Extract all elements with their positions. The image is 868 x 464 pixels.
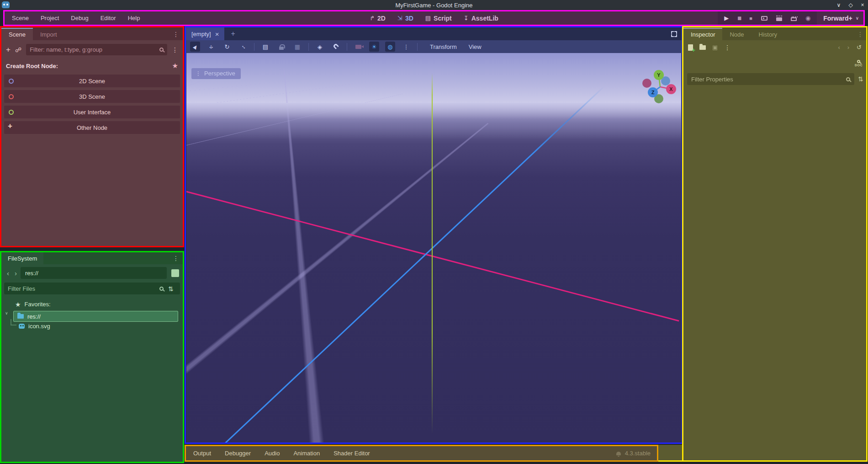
magnet-icon <box>333 43 339 49</box>
menu-scene[interactable]: Scene <box>7 13 33 23</box>
history-back-icon[interactable]: ‹ <box>838 44 840 51</box>
viewport-menus: Transform View <box>430 43 482 50</box>
list-select-button[interactable]: ▤ <box>260 42 270 52</box>
menu-editor[interactable]: Editor <box>96 13 121 23</box>
filesystem-menu-icon[interactable]: ⋮ <box>173 255 183 261</box>
current-path-input[interactable] <box>25 270 162 277</box>
file-filter-input[interactable] <box>8 285 156 292</box>
rotate-tool-button[interactable]: ↻ <box>222 42 232 52</box>
movie-maker-button[interactable]: ◉ <box>805 15 810 21</box>
close-icon[interactable]: × <box>215 30 219 38</box>
file-label: icon.svg <box>28 323 50 330</box>
playback-buttons: ▶ ▮▮ ■ ◉ <box>718 11 817 25</box>
close-button[interactable]: × <box>858 2 867 8</box>
tab-import[interactable]: Import <box>33 29 64 40</box>
minimize-button[interactable]: ∨ <box>834 2 843 8</box>
preview-sun-button[interactable]: ☀ <box>369 42 379 52</box>
y-axis-line <box>432 73 433 434</box>
view-menu[interactable]: View <box>469 43 482 50</box>
inspector-toolbar: ▣ ⋮ ‹ › ↺ <box>683 40 866 53</box>
tab-node[interactable]: Node <box>722 29 751 40</box>
scene-filter-menu-icon[interactable]: ⋮ <box>172 47 178 53</box>
history-forward-icon[interactable]: › <box>847 44 849 51</box>
property-tools-icon[interactable]: ⇅ <box>858 75 863 83</box>
tab-scene[interactable]: Scene <box>1 28 33 40</box>
preview-environment-button[interactable]: ◍ <box>385 42 395 52</box>
new-resource-icon[interactable] <box>688 44 693 51</box>
move-tool-button[interactable]: ↔↕ <box>206 42 216 52</box>
scene-filter-box <box>26 44 167 55</box>
create-ui-scene-button[interactable]: User Interface <box>4 106 180 118</box>
play-scene-button[interactable] <box>776 17 782 21</box>
expand-viewport-icon[interactable] <box>671 31 677 37</box>
menu-debug[interactable]: Debug <box>66 13 93 23</box>
save-resource-icon[interactable]: ▣ <box>712 44 718 51</box>
inspector-menu-icon[interactable]: ⋮ <box>857 31 866 40</box>
gizmo-z-label: Z <box>651 90 655 95</box>
tab-history[interactable]: History <box>752 29 784 40</box>
tab-shader-editor[interactable]: Shader Editor <box>333 450 370 457</box>
select-tool-button[interactable]: ▶ <box>190 42 200 52</box>
version-info: 4.3.stable <box>616 450 657 457</box>
notification-bell-icon[interactable] <box>616 452 621 455</box>
viewport-3d-canvas[interactable]: ⋮ Perspective Y X Z <box>186 53 681 443</box>
workspace-assetlib[interactable]: ↧ AssetLib <box>464 15 498 22</box>
open-docs-button[interactable]: DOC <box>855 60 863 67</box>
menu-project[interactable]: Project <box>36 13 64 23</box>
history-list-icon[interactable]: ↺ <box>857 44 862 51</box>
add-node-button[interactable]: + <box>6 45 11 54</box>
favorites-star-icon[interactable]: ★ <box>172 62 178 70</box>
tree-item-icon-svg[interactable]: icon.svg <box>19 321 180 331</box>
nav-forward-icon[interactable]: › <box>13 269 19 277</box>
workspace-2d[interactable]: ↱ 2D <box>370 15 386 22</box>
tree-chevron-icon[interactable]: ∨ <box>5 311 8 315</box>
lock-button[interactable] <box>276 42 286 52</box>
workspace-3d[interactable]: ⇲ 3D <box>397 15 413 22</box>
tab-audio[interactable]: Audio <box>265 450 280 457</box>
resource-options-icon[interactable]: ⋮ <box>724 44 730 51</box>
cursor-icon: ▶ <box>191 43 199 50</box>
sort-files-icon[interactable]: ⇅ <box>167 284 176 293</box>
property-filter-input[interactable] <box>691 76 842 83</box>
scene-filter-input[interactable] <box>30 46 159 53</box>
preview-camera-button[interactable] <box>353 42 363 52</box>
tab-debugger[interactable]: Debugger <box>225 450 251 457</box>
create-other-node-button[interactable]: + Other Node <box>4 121 180 134</box>
load-resource-icon[interactable] <box>699 45 706 50</box>
menu-help[interactable]: Help <box>123 13 145 23</box>
maximize-button[interactable]: ◇ <box>846 2 855 8</box>
renderer-dropdown[interactable]: Forward+ ∨ <box>823 15 859 22</box>
local-space-button[interactable]: ◈ <box>315 42 325 52</box>
scale-tool-button[interactable]: ↕ <box>238 42 248 52</box>
scene-tab-empty[interactable]: [empty] × <box>186 27 224 40</box>
create-2d-scene-button[interactable]: 2D Scene <box>4 75 180 87</box>
tree-item-res-root[interactable]: res:// <box>13 311 178 322</box>
sun-env-options-icon[interactable]: ⋮ <box>401 42 411 52</box>
pause-button[interactable]: ▮▮ <box>737 16 741 21</box>
camera-icon <box>355 45 361 49</box>
scene-dock-panel: Scene Import ⋮ + ☍ ⋮ Create Root Node: ★… <box>0 26 184 247</box>
play-button[interactable]: ▶ <box>724 15 729 21</box>
tab-inspector[interactable]: Inspector <box>683 28 722 40</box>
transform-menu[interactable]: Transform <box>430 43 457 50</box>
instance-scene-button[interactable]: ☍ <box>15 46 21 53</box>
stop-button[interactable]: ■ <box>749 16 752 21</box>
axis-gizmo[interactable]: Y X Z <box>639 66 681 108</box>
snap-button[interactable] <box>331 42 341 52</box>
file-filter-box: ⇅ <box>4 283 180 294</box>
create-3d-scene-button[interactable]: 3D Scene <box>4 90 180 103</box>
workspace-script[interactable]: ▤ Script <box>425 15 452 22</box>
scene-dock-menu-icon[interactable]: ⋮ <box>173 31 183 40</box>
tab-animation[interactable]: Animation <box>293 450 320 457</box>
tab-filesystem[interactable]: FileSystem <box>1 252 43 264</box>
new-scene-tab-button[interactable]: + <box>224 30 241 38</box>
tab-output[interactable]: Output <box>193 450 211 457</box>
perspective-menu[interactable]: ⋮ Perspective <box>191 68 241 79</box>
group-button[interactable]: ▦ <box>292 42 302 52</box>
play-custom-scene-button[interactable] <box>791 17 797 21</box>
toggle-split-mode-button[interactable] <box>171 269 179 277</box>
nav-back-icon[interactable]: ‹ <box>5 269 11 277</box>
path-bar <box>21 267 167 279</box>
window-title: MyFirstGame - Godot Engine <box>395 2 472 9</box>
play-remote-button[interactable] <box>761 16 767 21</box>
